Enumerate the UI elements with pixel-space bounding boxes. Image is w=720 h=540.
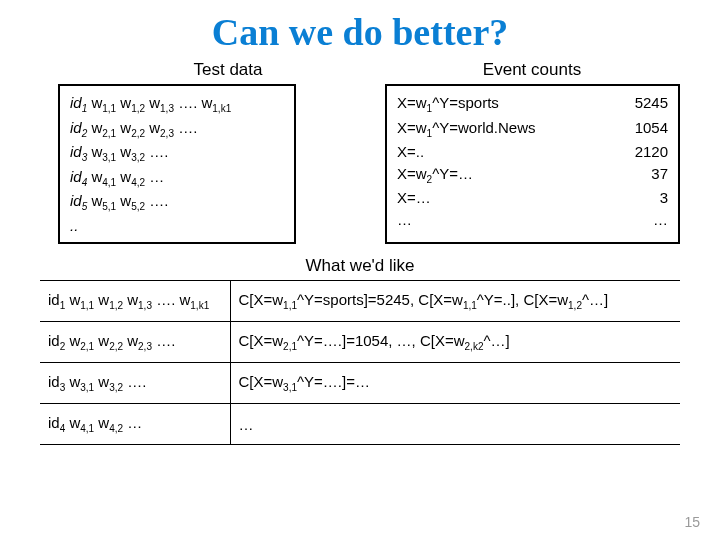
table-cell-right: C[X=w3,1^Y=….]=… — [230, 363, 680, 404]
table-cell-left: id4 w4,1 w4,2 … — [40, 404, 230, 445]
eventcount-row: X=w1^Y=sports5245 — [397, 92, 668, 117]
testdata-row: id5 w5,1 w5,2 …. — [70, 190, 284, 215]
eventcount-value: 37 — [618, 163, 668, 188]
eventcount-value: 2120 — [618, 141, 668, 163]
eventcount-row: …… — [397, 209, 668, 231]
subheading-row: Test data Event counts — [0, 60, 720, 80]
testdata-heading: Test data — [108, 60, 348, 80]
eventcount-row: X=w1^Y=world.News1054 — [397, 117, 668, 142]
table-row: id3 w3,1 w3,2 ….C[X=w3,1^Y=….]=… — [40, 363, 680, 404]
eventcount-label: X=… — [397, 187, 431, 209]
eventcount-value: 3 — [618, 187, 668, 209]
table-cell-right: C[X=w1,1^Y=sports]=5245, C[X=w1,1^Y=..],… — [230, 281, 680, 322]
table-row: id2 w2,1 w2,2 w2,3 ….C[X=w2,1^Y=….]=1054… — [40, 322, 680, 363]
eventcounts-box: X=w1^Y=sports5245X=w1^Y=world.News1054X=… — [385, 84, 680, 244]
eventcount-label: X=w2^Y=… — [397, 163, 473, 188]
eventcount-row: X=…3 — [397, 187, 668, 209]
like-table: id1 w1,1 w1,2 w1,3 …. w1,k1C[X=w1,1^Y=sp… — [40, 280, 680, 445]
table-row: id1 w1,1 w1,2 w1,3 …. w1,k1C[X=w1,1^Y=sp… — [40, 281, 680, 322]
testdata-row: id2 w2,1 w2,2 w2,3 …. — [70, 117, 284, 142]
table-cell-right: … — [230, 404, 680, 445]
eventcount-value: 1054 — [618, 117, 668, 142]
whatwed-heading: What we'd like — [0, 256, 720, 276]
testdata-row: id1 w1,1 w1,2 w1,3 …. w1,k1 — [70, 92, 284, 117]
page-number: 15 — [684, 514, 700, 530]
table-cell-right: C[X=w2,1^Y=….]=1054, …, C[X=w2,k2^…] — [230, 322, 680, 363]
eventcount-label: X=w1^Y=sports — [397, 92, 499, 117]
eventcount-label: X=w1^Y=world.News — [397, 117, 536, 142]
boxes-row: id1 w1,1 w1,2 w1,3 …. w1,k1id2 w2,1 w2,2… — [0, 84, 720, 244]
eventcount-value: 5245 — [618, 92, 668, 117]
eventcount-label: X=.. — [397, 141, 424, 163]
table-row: id4 w4,1 w4,2 …… — [40, 404, 680, 445]
testdata-row: .. — [70, 215, 284, 237]
table-cell-left: id1 w1,1 w1,2 w1,3 …. w1,k1 — [40, 281, 230, 322]
table-cell-left: id2 w2,1 w2,2 w2,3 …. — [40, 322, 230, 363]
testdata-box: id1 w1,1 w1,2 w1,3 …. w1,k1id2 w2,1 w2,2… — [58, 84, 296, 244]
testdata-row: id3 w3,1 w3,2 …. — [70, 141, 284, 166]
eventcount-label: … — [397, 209, 412, 231]
eventcount-value: … — [618, 209, 668, 231]
table-cell-left: id3 w3,1 w3,2 …. — [40, 363, 230, 404]
eventcounts-heading: Event counts — [402, 60, 662, 80]
eventcount-row: X=..2120 — [397, 141, 668, 163]
page-title: Can we do better? — [0, 10, 720, 54]
testdata-row: id4 w4,1 w4,2 … — [70, 166, 284, 191]
eventcount-row: X=w2^Y=…37 — [397, 163, 668, 188]
